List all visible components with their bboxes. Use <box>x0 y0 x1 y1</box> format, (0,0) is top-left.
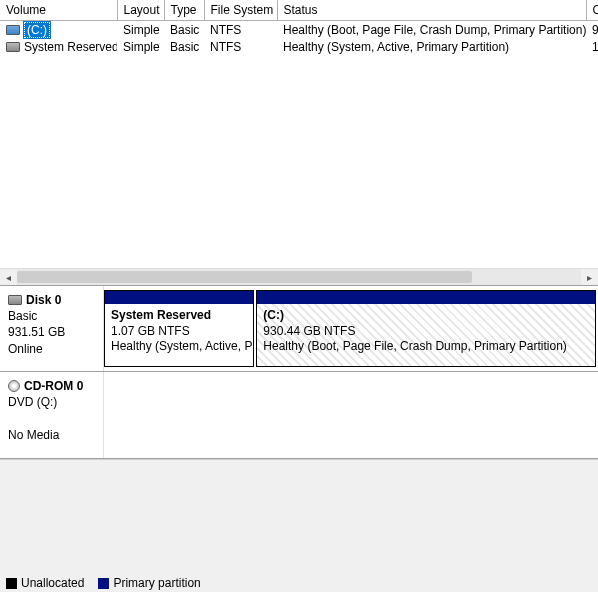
col-filesystem[interactable]: File System <box>204 0 277 20</box>
disk-info-line: Online <box>8 341 95 357</box>
partition-stripe <box>257 291 595 304</box>
disk-info-line: No Media <box>8 427 95 443</box>
disk-info-line: 931.51 GB <box>8 324 95 340</box>
col-volume[interactable]: Volume <box>0 0 117 20</box>
partition-title: System Reserved <box>111 308 247 324</box>
disk-title: CD-ROM 0 <box>24 378 83 394</box>
partition-status: Healthy (Boot, Page File, Crash Dump, Pr… <box>263 339 589 355</box>
drive-icon <box>6 42 20 52</box>
partition-title: (C:) <box>263 308 589 324</box>
legend-swatch-unallocated <box>6 578 17 589</box>
col-type[interactable]: Type <box>164 0 204 20</box>
col-capacity[interactable]: C <box>586 0 598 20</box>
cell-filesystem: NTFS <box>204 20 277 39</box>
legend-swatch-primary <box>98 578 109 589</box>
volume-row[interactable]: System ReservedSimpleBasicNTFSHealthy (S… <box>0 39 598 55</box>
disk-title: Disk 0 <box>26 292 61 308</box>
cell-type: Basic <box>164 20 204 39</box>
volume-name: System Reserved <box>24 40 117 54</box>
scroll-left-button[interactable]: ◂ <box>0 269 17 285</box>
cell-status: Healthy (System, Active, Primary Partiti… <box>277 39 586 55</box>
scroll-thumb[interactable] <box>17 271 472 283</box>
drive-icon <box>6 25 20 35</box>
disk-graphical-pane[interactable]: Disk 0Basic931.51 GBOnlineSystem Reserve… <box>0 285 598 459</box>
disk-management-panel: Volume Layout Type File System Status C … <box>0 0 598 592</box>
disk-header[interactable]: Disk 0Basic931.51 GBOnline <box>0 286 104 371</box>
empty-area <box>0 459 598 574</box>
partition[interactable]: System Reserved1.07 GB NTFSHealthy (Syst… <box>104 290 254 367</box>
col-status[interactable]: Status <box>277 0 586 20</box>
scroll-right-button[interactable]: ▸ <box>581 269 598 285</box>
partition-stripe <box>105 291 253 304</box>
volume-hscrollbar[interactable]: ◂ ▸ <box>0 268 598 285</box>
volume-row[interactable]: (C:)SimpleBasicNTFSHealthy (Boot, Page F… <box>0 20 598 39</box>
disk-icon <box>8 295 22 305</box>
disk-body: System Reserved1.07 GB NTFSHealthy (Syst… <box>104 286 598 371</box>
cell-status: Healthy (Boot, Page File, Crash Dump, Pr… <box>277 20 586 39</box>
partition-content: (C:)930.44 GB NTFSHealthy (Boot, Page Fi… <box>257 304 595 366</box>
disk-info-line: Basic <box>8 308 95 324</box>
legend-label-unallocated: Unallocated <box>21 576 84 590</box>
volume-name: (C:) <box>24 22 50 38</box>
legend: Unallocated Primary partition <box>0 574 598 592</box>
disk-row-disk0[interactable]: Disk 0Basic931.51 GBOnlineSystem Reserve… <box>0 286 598 372</box>
partition-status: Healthy (System, Active, Primary Partiti… <box>111 339 247 355</box>
cell-capacity: 1. <box>586 39 598 55</box>
partition-size: 1.07 GB NTFS <box>111 324 247 340</box>
cell-capacity: 93 <box>586 20 598 39</box>
column-header-row[interactable]: Volume Layout Type File System Status C <box>0 0 598 20</box>
disk-body <box>104 372 598 458</box>
legend-label-primary: Primary partition <box>113 576 200 590</box>
disk-header[interactable]: CD-ROM 0DVD (Q:) No Media <box>0 372 104 458</box>
volume-list[interactable]: Volume Layout Type File System Status C … <box>0 0 598 268</box>
partition-size: 930.44 GB NTFS <box>263 324 589 340</box>
cell-type: Basic <box>164 39 204 55</box>
cd-icon <box>8 380 20 392</box>
scroll-track[interactable] <box>17 269 581 285</box>
disk-row-cdrom0[interactable]: CD-ROM 0DVD (Q:) No Media <box>0 372 598 458</box>
partition[interactable]: (C:)930.44 GB NTFSHealthy (Boot, Page Fi… <box>256 290 596 367</box>
partition-content: System Reserved1.07 GB NTFSHealthy (Syst… <box>105 304 253 366</box>
cell-layout: Simple <box>117 39 164 55</box>
cell-filesystem: NTFS <box>204 39 277 55</box>
cell-layout: Simple <box>117 20 164 39</box>
col-layout[interactable]: Layout <box>117 0 164 20</box>
disk-info-line: DVD (Q:) <box>8 394 95 410</box>
